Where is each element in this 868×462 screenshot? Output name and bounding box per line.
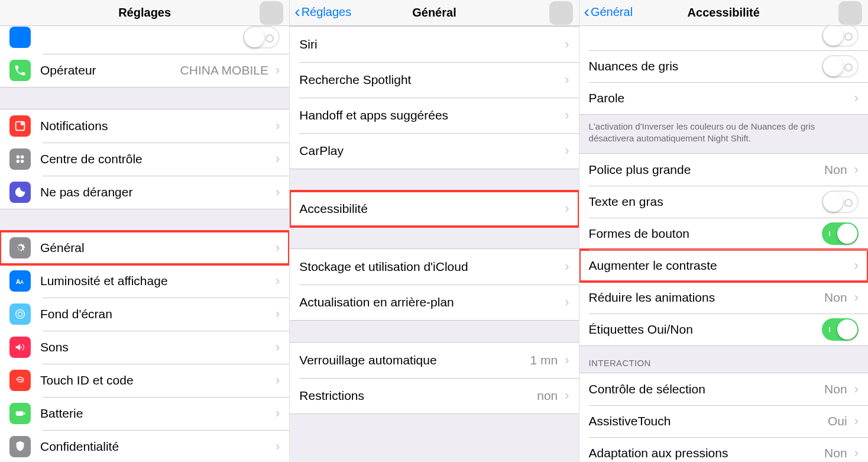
bold-text-label: Texte en gras bbox=[589, 195, 822, 209]
accessibility-row[interactable]: Accessibilité › bbox=[290, 191, 578, 227]
grayscale-label: Nuances de gris bbox=[589, 59, 822, 73]
back-to-settings-button[interactable]: ‹ Réglages bbox=[294, 4, 351, 20]
accessibility-list[interactable]: Nuances de gris Parole › L'activation d'… bbox=[579, 26, 868, 462]
reduce-motion-row[interactable]: Réduire les animations Non › bbox=[579, 282, 868, 314]
assistive-touch-value: Oui bbox=[828, 414, 847, 428]
svg-point-9 bbox=[18, 312, 22, 316]
settings-header: Réglages bbox=[0, 0, 289, 26]
invert-colors-toggle[interactable] bbox=[822, 26, 859, 47]
on-off-labels-label: Étiquettes Oui/Non bbox=[589, 322, 822, 337]
handoff-row[interactable]: Handoff et apps suggérées › bbox=[290, 98, 578, 133]
display-row[interactable]: AA Luminosité et affichage › bbox=[0, 264, 289, 298]
chevron-right-icon: › bbox=[276, 185, 280, 200]
svg-point-2 bbox=[17, 156, 20, 159]
toggle[interactable] bbox=[243, 26, 280, 49]
on-off-labels-toggle[interactable] bbox=[822, 318, 859, 341]
handoff-label: Handoff et apps suggérées bbox=[299, 108, 562, 122]
speaker-icon bbox=[9, 337, 31, 358]
button-shapes-row[interactable]: Formes de bouton bbox=[579, 218, 868, 250]
svg-rect-11 bbox=[24, 412, 25, 415]
background-label: Actualisation en arrière-plan bbox=[299, 295, 562, 309]
background-refresh-row[interactable]: Actualisation en arrière-plan › bbox=[290, 285, 578, 320]
general-list[interactable]: Siri › Recherche Spotlight › Handoff et … bbox=[290, 26, 578, 462]
assistive-touch-row[interactable]: AssistiveTouch Oui › bbox=[579, 405, 868, 437]
increase-contrast-row[interactable]: Augmenter le contraste › bbox=[579, 250, 868, 282]
storage-row[interactable]: Stockage et utilisation d'iCloud › bbox=[290, 249, 578, 285]
general-header: ‹ Réglages Général bbox=[290, 0, 578, 26]
larger-text-value: Non bbox=[824, 163, 847, 177]
chevron-right-icon: › bbox=[276, 240, 280, 256]
notifications-icon bbox=[9, 115, 31, 137]
grayscale-row[interactable]: Nuances de gris bbox=[579, 50, 868, 82]
avatar-icon[interactable] bbox=[838, 1, 862, 25]
autolock-label: Verrouillage automatique bbox=[299, 353, 530, 367]
moon-icon bbox=[9, 182, 31, 203]
bold-text-toggle[interactable] bbox=[822, 190, 859, 213]
touchid-row[interactable]: Touch ID et code › bbox=[0, 364, 289, 397]
avatar-icon[interactable] bbox=[260, 1, 283, 25]
switch-control-row[interactable]: Contrôle de sélection Non › bbox=[579, 373, 868, 405]
wallpaper-row[interactable]: Fond d'écran › bbox=[0, 298, 289, 331]
invert-colors-row[interactable] bbox=[579, 26, 868, 50]
chevron-right-icon: › bbox=[276, 306, 280, 322]
siri-row[interactable]: Siri › bbox=[290, 27, 578, 62]
avatar-icon[interactable] bbox=[549, 1, 573, 25]
reduce-motion-label: Réduire les animations bbox=[589, 290, 824, 305]
bold-text-row[interactable]: Texte en gras bbox=[579, 186, 868, 218]
back-to-general-button[interactable]: ‹ Général bbox=[584, 4, 633, 20]
chevron-right-icon: › bbox=[565, 388, 569, 403]
reduce-motion-value: Non bbox=[824, 290, 847, 305]
phone-icon bbox=[9, 60, 31, 81]
autolock-row[interactable]: Verrouillage automatique 1 mn › bbox=[290, 343, 578, 378]
privacy-label: Confidentialité bbox=[40, 440, 273, 454]
back-label: Général bbox=[591, 5, 633, 19]
settings-title: Réglages bbox=[118, 6, 171, 20]
carplay-label: CarPlay bbox=[299, 144, 562, 158]
control-center-row[interactable]: Centre de contrôle › bbox=[0, 143, 289, 176]
notifications-row[interactable]: Notifications › bbox=[0, 109, 289, 143]
restrictions-value: non bbox=[537, 389, 558, 403]
notifications-label: Notifications bbox=[40, 119, 273, 133]
general-row[interactable]: Général › bbox=[0, 231, 289, 264]
carrier-row[interactable]: Opérateur CHINA MOBILE › bbox=[0, 54, 289, 87]
touch-accom-label: Adaptation aux pressions bbox=[589, 446, 824, 460]
carrier-label: Opérateur bbox=[40, 63, 180, 77]
nightshift-footnote: L'activation d'Inverser les couleurs ou … bbox=[579, 115, 868, 153]
svg-point-1 bbox=[21, 122, 24, 126]
restrictions-row[interactable]: Restrictions non › bbox=[290, 378, 578, 413]
svg-rect-10 bbox=[16, 411, 24, 415]
privacy-row[interactable]: Confidentialité › bbox=[0, 430, 289, 462]
spotlight-row[interactable]: Recherche Spotlight › bbox=[290, 62, 578, 98]
chevron-right-icon: › bbox=[276, 406, 280, 421]
battery-row[interactable]: Batterie › bbox=[0, 397, 289, 430]
larger-text-label: Police plus grande bbox=[589, 163, 824, 177]
speech-row[interactable]: Parole › bbox=[579, 82, 868, 114]
settings-list[interactable]: Opérateur CHINA MOBILE › Notifications ›… bbox=[0, 26, 289, 462]
chevron-left-icon: ‹ bbox=[294, 4, 300, 20]
accessibility-title: Accessibilité bbox=[688, 6, 760, 20]
grayscale-toggle[interactable] bbox=[822, 55, 859, 77]
general-pane: ‹ Réglages Général Siri › Recherche Spot… bbox=[289, 0, 578, 462]
unknown-top-row[interactable] bbox=[0, 26, 289, 54]
sounds-row[interactable]: Sons › bbox=[0, 331, 289, 364]
general-label: Général bbox=[40, 241, 273, 255]
touch-accommodations-row[interactable]: Adaptation aux pressions Non › bbox=[579, 437, 868, 463]
general-title: Général bbox=[412, 6, 456, 20]
display-label: Luminosité et affichage bbox=[40, 274, 273, 288]
accessibility-header: ‹ Général Accessibilité bbox=[579, 0, 868, 26]
assistive-touch-label: AssistiveTouch bbox=[589, 414, 828, 428]
carplay-row[interactable]: CarPlay › bbox=[290, 133, 578, 169]
chevron-right-icon: › bbox=[854, 258, 859, 273]
chevron-right-icon: › bbox=[565, 295, 569, 310]
wallpaper-label: Fond d'écran bbox=[40, 307, 273, 321]
button-shapes-toggle[interactable] bbox=[822, 222, 859, 245]
chevron-right-icon: › bbox=[854, 445, 859, 461]
larger-text-row[interactable]: Police plus grande Non › bbox=[579, 154, 868, 186]
dnd-row[interactable]: Ne pas déranger › bbox=[0, 176, 289, 209]
chevron-right-icon: › bbox=[565, 37, 569, 52]
dnd-label: Ne pas déranger bbox=[40, 185, 273, 199]
on-off-labels-row[interactable]: Étiquettes Oui/Non bbox=[579, 314, 868, 345]
svg-text:A: A bbox=[20, 280, 24, 285]
touchid-label: Touch ID et code bbox=[40, 373, 273, 387]
storage-label: Stockage et utilisation d'iCloud bbox=[299, 260, 562, 274]
